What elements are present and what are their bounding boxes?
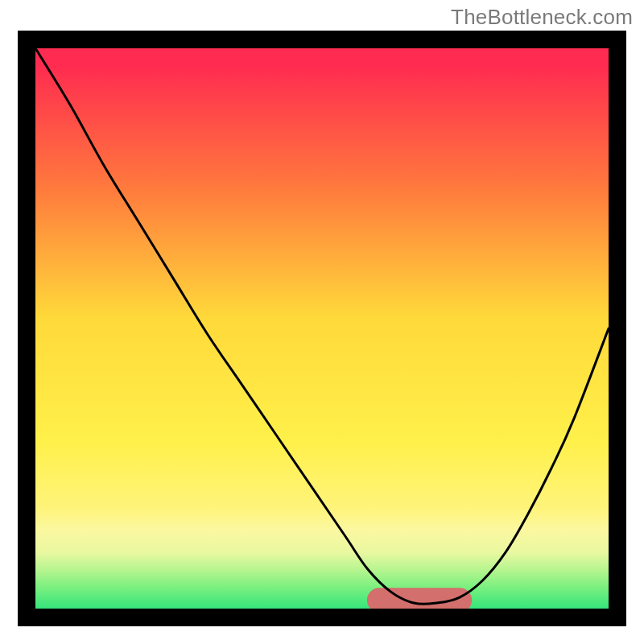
chart-root: TheBottleneck.com — [0, 0, 644, 644]
plot-area — [35, 48, 609, 609]
chart-frame — [18, 31, 626, 626]
bottleneck-curve — [35, 48, 609, 604]
curve-layer — [35, 48, 609, 609]
watermark-text: TheBottleneck.com — [451, 5, 633, 30]
